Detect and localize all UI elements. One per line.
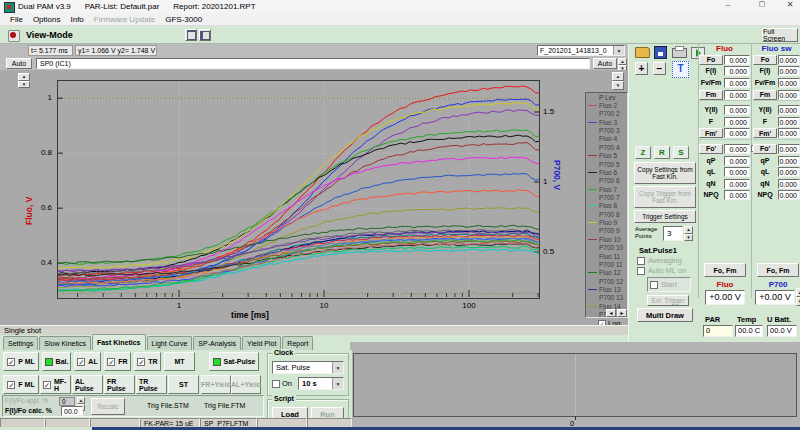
zoom-in-button[interactable]: + bbox=[635, 62, 648, 75]
auto-ml-toggle[interactable]: Auto ML on bbox=[637, 266, 686, 275]
full-screen-button[interactable]: Full Screen bbox=[762, 28, 798, 42]
control-f-ml-button[interactable]: ✓F ML bbox=[3, 375, 39, 394]
auto-scale-right-button[interactable]: Auto bbox=[593, 58, 617, 69]
control-tr-button[interactable]: ✓TR bbox=[134, 352, 161, 371]
fo-fm-button-p700[interactable]: Fo, Fm bbox=[757, 263, 799, 277]
tab-light-curve[interactable]: Light Curve bbox=[147, 336, 193, 350]
legend-scroll-right-icon[interactable]: ► bbox=[617, 309, 627, 317]
control-p-ml-button[interactable]: ✓P ML bbox=[3, 352, 39, 371]
right-scale-spinner[interactable]: ▲▼ bbox=[612, 72, 624, 90]
dropdown-arrow-icon[interactable]: ▼ bbox=[332, 362, 343, 373]
control-st-button[interactable]: ST bbox=[168, 375, 199, 394]
legend-item-label: P Lev bbox=[599, 94, 616, 101]
right-axis-tick-label: 1.5 bbox=[543, 107, 559, 116]
ext-trigger-button[interactable]: Ext. Trigger bbox=[647, 295, 689, 306]
tab-sp-analysis[interactable]: SP-Analysis bbox=[193, 336, 241, 350]
tab-slow-kinetics[interactable]: Slow Kinetics bbox=[39, 336, 91, 350]
copy-settings-button[interactable]: Copy Settings from Fast Kin. bbox=[634, 162, 696, 184]
minimize-button[interactable]: – bbox=[716, 0, 740, 9]
legend-item: Fluo 10 bbox=[586, 235, 627, 243]
legend-color-dash bbox=[588, 155, 597, 156]
control-al-yield-button[interactable]: AL+Yield bbox=[231, 375, 261, 394]
tab-report[interactable]: Report bbox=[282, 336, 313, 350]
save-file-icon[interactable] bbox=[654, 46, 667, 59]
trace-row: Auto SP0 (IC1) Auto ▲▼ bbox=[0, 57, 628, 70]
menu-item-firmware-update[interactable]: Firmware Update bbox=[94, 15, 155, 24]
control-tr-pulse-button[interactable]: TR Pulse bbox=[136, 375, 167, 394]
print-icon[interactable] bbox=[672, 48, 687, 58]
control-fr-yield-button[interactable]: FR+Yield bbox=[201, 375, 231, 394]
menu-item-gfs-3000[interactable]: GFS-3000 bbox=[165, 15, 202, 24]
open-file-icon[interactable] bbox=[635, 47, 650, 58]
param-fo-button[interactable]: Fo' bbox=[699, 144, 723, 154]
average-points-field[interactable]: 3 bbox=[663, 226, 683, 241]
dropdown-arrow-icon[interactable]: ▼ bbox=[613, 46, 624, 55]
control-bal--button[interactable]: Bal. bbox=[42, 352, 71, 371]
menu-item-info[interactable]: Info bbox=[70, 15, 83, 24]
start-toggle[interactable]: Start bbox=[647, 277, 691, 292]
zoom-out-button[interactable]: − bbox=[653, 62, 666, 75]
legend-item-label: Fluo 7 bbox=[599, 186, 617, 193]
record-mode-icon[interactable] bbox=[8, 30, 20, 42]
zoom-r-button[interactable]: R bbox=[654, 146, 670, 159]
param-fo-button[interactable]: Fo bbox=[699, 55, 723, 65]
control-mf-h-button[interactable]: ✓MF-H bbox=[40, 375, 71, 394]
menu-item-options[interactable]: Options bbox=[33, 15, 61, 24]
param-fo-button[interactable]: Fo bbox=[753, 55, 777, 65]
value-row: Fm0.000 bbox=[699, 89, 751, 101]
param-value-field: 0.000 bbox=[778, 190, 800, 200]
trig-file-stm-label[interactable]: Trig File.STM bbox=[147, 402, 189, 409]
fo-fm-button-fluo[interactable]: Fo, Fm bbox=[704, 263, 746, 277]
clock-interval-dropdown[interactable]: 10 s▼ bbox=[298, 377, 344, 390]
record-file-dropdown[interactable]: F_201201_141813_0▼ bbox=[537, 45, 625, 56]
text-tool-button[interactable]: T bbox=[672, 61, 689, 78]
clock-on-toggle[interactable]: On bbox=[272, 379, 292, 388]
zoom-z-button[interactable]: Z bbox=[635, 146, 651, 159]
tab-yield-plot[interactable]: Yield Plot bbox=[242, 336, 281, 350]
p700-offset-spinner[interactable]: ▲▼ bbox=[796, 288, 800, 306]
control-sat-pulse-button[interactable]: Sat-Pulse bbox=[209, 352, 259, 371]
dropdown-arrow-icon[interactable]: ▼ bbox=[332, 378, 343, 389]
average-points-spinner[interactable]: ▲▼ bbox=[684, 226, 693, 241]
zoom-s-button[interactable]: S bbox=[673, 146, 689, 159]
menu-item-file[interactable]: File bbox=[10, 15, 23, 24]
left-scale-spinner[interactable]: ▲▼ bbox=[18, 73, 30, 88]
maximize-button[interactable]: ▢ bbox=[752, 0, 772, 8]
legend-scroll-left-icon[interactable]: ◄ bbox=[606, 309, 616, 317]
tile-windows-icon[interactable] bbox=[185, 29, 197, 41]
p700-offset-field[interactable]: +0.00 V bbox=[755, 290, 795, 305]
file-spinner[interactable]: ▲▼ bbox=[618, 58, 627, 69]
tab-settings[interactable]: Settings bbox=[3, 336, 38, 350]
copy-trigger-button[interactable]: Copy Trigger from Fast Kin. bbox=[634, 186, 696, 208]
checkbox-icon: ✓ bbox=[77, 358, 85, 366]
param-fo-button[interactable]: Fo' bbox=[753, 144, 777, 154]
auto-scale-left-button[interactable]: Auto bbox=[6, 58, 32, 69]
control-mt-button[interactable]: MT bbox=[164, 352, 195, 371]
legend-item-label: P700 9 bbox=[599, 227, 620, 234]
multi-draw-button[interactable]: Multi Draw bbox=[637, 308, 693, 322]
close-button[interactable]: ✕ bbox=[782, 0, 798, 9]
tab-fast-kinetics[interactable]: Fast Kinetics bbox=[92, 334, 146, 350]
control-al-button[interactable]: ✓AL bbox=[74, 352, 101, 371]
control-fr-pulse-button[interactable]: FR Pulse bbox=[104, 375, 135, 394]
recalc-button[interactable]: Recalc bbox=[91, 398, 125, 415]
trace-name-field[interactable]: SP0 (IC1) bbox=[36, 58, 590, 69]
averaging-toggle[interactable]: Averaging bbox=[637, 256, 682, 265]
cascade-windows-icon[interactable] bbox=[199, 29, 211, 41]
fluo-offset-field[interactable]: +0.00 V bbox=[705, 290, 745, 305]
trigger-settings-button[interactable]: Trigger Settings bbox=[634, 210, 696, 223]
param-fm-button[interactable]: Fm bbox=[753, 90, 777, 100]
legend-color-dash bbox=[588, 164, 597, 165]
trig-file-ftm-label[interactable]: Trig File.FTM bbox=[204, 402, 245, 409]
legend-item: P700 10 bbox=[586, 243, 627, 251]
param-fm-button[interactable]: Fm bbox=[699, 90, 723, 100]
param-fm-button[interactable]: Fm' bbox=[699, 128, 723, 138]
control-al-pulse-button[interactable]: AL Pulse bbox=[72, 375, 103, 394]
legend-item: Fluo 11 bbox=[586, 252, 627, 260]
value-row: Fo0.000 bbox=[699, 54, 751, 66]
clock-mode-dropdown[interactable]: Sat. Pulse▼ bbox=[272, 361, 344, 374]
param-fm-button[interactable]: Fm' bbox=[753, 128, 777, 138]
curve-p-lev bbox=[57, 292, 540, 294]
fifo-appl-spinner[interactable]: ▲▼ bbox=[77, 397, 85, 406]
control-fr-button[interactable]: ✓FR bbox=[104, 352, 131, 371]
